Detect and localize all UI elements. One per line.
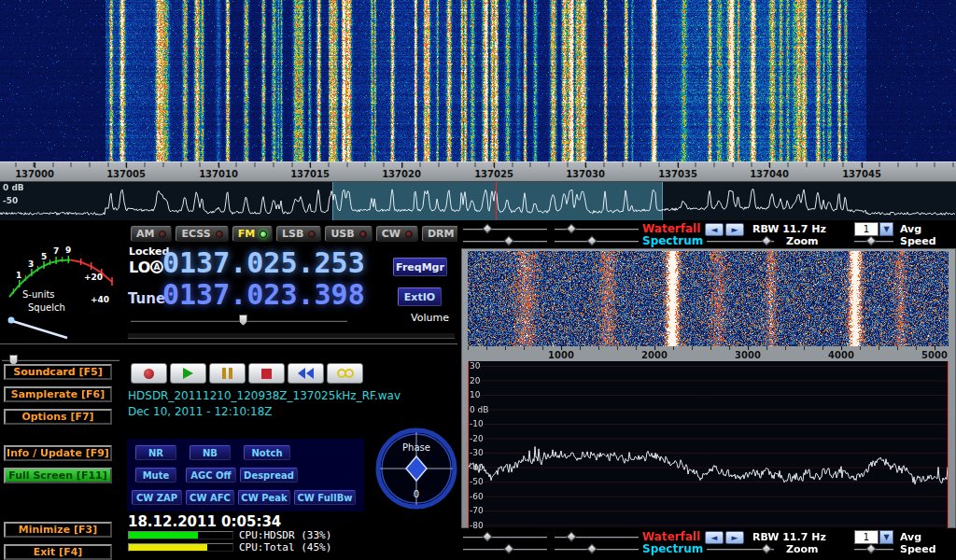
freq-tick-label: 137045	[842, 169, 881, 179]
waterfall-label[interactable]: Waterfall	[642, 222, 700, 235]
zoom-slider[interactable]	[707, 241, 774, 243]
frequency-scale[interactable]: 137000 137005 137010 137015 137020 13702…	[0, 161, 956, 182]
zoom-label: Zoom	[786, 235, 819, 247]
frequency-scale-ticks	[0, 162, 956, 167]
avg-count-value[interactable]: 1	[854, 530, 879, 544]
cw-fullbw-button[interactable]: CW FullBw	[294, 490, 356, 505]
slider-thumb[interactable]	[503, 543, 513, 553]
zoom-frequency-scale[interactable]: 1000 2000 3000 4000 5000	[462, 346, 955, 361]
slider-thumb[interactable]	[865, 543, 876, 553]
slider-thumb[interactable]	[761, 543, 771, 553]
waterfall-slider-1[interactable]	[463, 537, 547, 539]
zoom-out-button[interactable]: ◄	[705, 223, 724, 236]
lo-frequency-display[interactable]: 0137.025.253	[162, 249, 365, 277]
zoom-waterfall-display[interactable]	[468, 251, 949, 346]
mode-button-row: AM ECSS FM LSB USB CW DRM	[131, 226, 471, 242]
options-button[interactable]: Options [F7]	[4, 409, 112, 425]
recording-timestamp: Dec 10, 2011 - 12:10:18Z	[128, 405, 273, 418]
mute-button[interactable]: Mute	[135, 468, 176, 483]
avg-dropdown-button[interactable]: ▼	[879, 530, 893, 544]
mode-button-ecss[interactable]: ECSS	[176, 226, 228, 242]
waterfall-slider-1[interactable]	[463, 229, 547, 231]
speed-slider[interactable]	[854, 241, 893, 243]
spectrum-label[interactable]: Spectrum	[642, 234, 703, 247]
slider-thumb[interactable]	[761, 235, 771, 245]
mode-label: FM	[238, 228, 255, 240]
volume-label: Volume	[411, 312, 449, 324]
nr-button[interactable]: NR	[135, 445, 176, 460]
spectrum-slider-1[interactable]	[463, 549, 547, 551]
slider-thumb[interactable]	[482, 531, 492, 541]
play-button[interactable]	[170, 363, 206, 384]
volume-slider[interactable]	[131, 315, 347, 327]
zoom-spectrum-display[interactable]	[468, 361, 949, 528]
notch-button[interactable]: Notch	[244, 445, 290, 460]
cpu-meter-total	[128, 543, 233, 552]
slider-thumb[interactable]	[239, 315, 247, 326]
play-icon	[183, 368, 193, 379]
svg-text:+40: +40	[91, 295, 109, 304]
mode-button-am[interactable]: AM	[131, 226, 172, 242]
fullscreen-button[interactable]: Full Screen [F11]	[4, 468, 112, 483]
exit-button[interactable]: Exit [F4]	[4, 544, 112, 560]
freq-tick-label: 137015	[290, 169, 330, 179]
cw-zap-button[interactable]: CW ZAP	[132, 490, 182, 505]
nb-button[interactable]: NB	[190, 445, 231, 460]
db-scale-label: -30	[470, 448, 484, 457]
cw-peak-button[interactable]: CW Peak	[238, 490, 290, 505]
loop-button[interactable]	[327, 363, 363, 384]
waterfall-slider-2[interactable]	[555, 229, 639, 231]
pause-button[interactable]	[209, 363, 246, 384]
stop-button[interactable]	[248, 363, 285, 384]
extio-button[interactable]: ExtIO	[398, 287, 442, 306]
svg-text:3: 3	[28, 259, 34, 269]
slider-thumb[interactable]	[586, 543, 597, 553]
rewind-button[interactable]	[288, 363, 324, 384]
db-scale-label: 0 dB	[3, 183, 24, 192]
zoom-in-button[interactable]: ►	[725, 223, 744, 236]
slider-thumb[interactable]	[865, 235, 876, 245]
agc-button[interactable]: AGC Off	[186, 468, 236, 483]
rbw-label: RBW 11.7 Hz	[752, 531, 826, 543]
avg-count-value[interactable]: 1	[854, 222, 879, 236]
speed-slider[interactable]	[854, 549, 893, 551]
cw-afc-button[interactable]: CW AFC	[186, 490, 234, 505]
info-update-button[interactable]: Info / Update [F9]	[4, 445, 112, 461]
display-panel: Waterfall Spectrum ◄ ► RBW 11.7 Hz Zoom …	[457, 220, 956, 560]
slider-thumb[interactable]	[566, 223, 576, 233]
spectrum-slider-2[interactable]	[555, 549, 639, 551]
record-button[interactable]	[131, 363, 167, 384]
mode-button-usb[interactable]: USB	[325, 226, 372, 242]
tuning-wheel-slider[interactable]	[128, 332, 455, 339]
freqmgr-button[interactable]: FreqMgr	[393, 258, 447, 276]
zoom-in-button[interactable]: ►	[725, 531, 744, 544]
waterfall-label[interactable]: Waterfall	[642, 530, 700, 543]
mode-button-cw[interactable]: CW	[376, 226, 418, 242]
spectrum-slider-1[interactable]	[463, 241, 547, 243]
zoom-out-button[interactable]: ◄	[705, 531, 724, 544]
cpu-meter-fill	[129, 532, 198, 539]
mode-button-lsb[interactable]: LSB	[276, 226, 321, 242]
lock-a-badge[interactable]: A	[150, 260, 163, 273]
slider-thumb[interactable]	[566, 531, 576, 541]
spectrum-label[interactable]: Spectrum	[642, 542, 703, 555]
mode-button-fm[interactable]: FM	[232, 226, 273, 242]
samplerate-button[interactable]: Samplerate [F6]	[4, 386, 112, 402]
minimize-button[interactable]: Minimize [F3]	[4, 522, 112, 538]
svg-text:9: 9	[65, 245, 71, 255]
main-spectrum-display[interactable]	[0, 182, 956, 220]
avg-dropdown-button[interactable]: ▼	[879, 222, 893, 236]
spectrum-slider-2[interactable]	[555, 241, 639, 243]
main-waterfall-display[interactable]	[0, 0, 956, 161]
waterfall-slider-2[interactable]	[555, 537, 639, 539]
slider-thumb[interactable]	[586, 235, 597, 245]
tune-frequency-display[interactable]: 0137.023.398	[162, 281, 365, 309]
control-panel: 1 3 5 7 9 +20 +40 S-units Squelch AM ECS…	[0, 220, 457, 560]
slider-thumb[interactable]	[503, 235, 513, 245]
soundcard-button[interactable]: Soundcard [F5]	[4, 364, 112, 380]
db-scale-label: -80	[470, 521, 484, 530]
mode-led-icon	[260, 231, 267, 238]
despread-button[interactable]: Despread	[240, 468, 298, 483]
slider-thumb[interactable]	[482, 223, 492, 233]
zoom-slider[interactable]	[707, 549, 774, 551]
